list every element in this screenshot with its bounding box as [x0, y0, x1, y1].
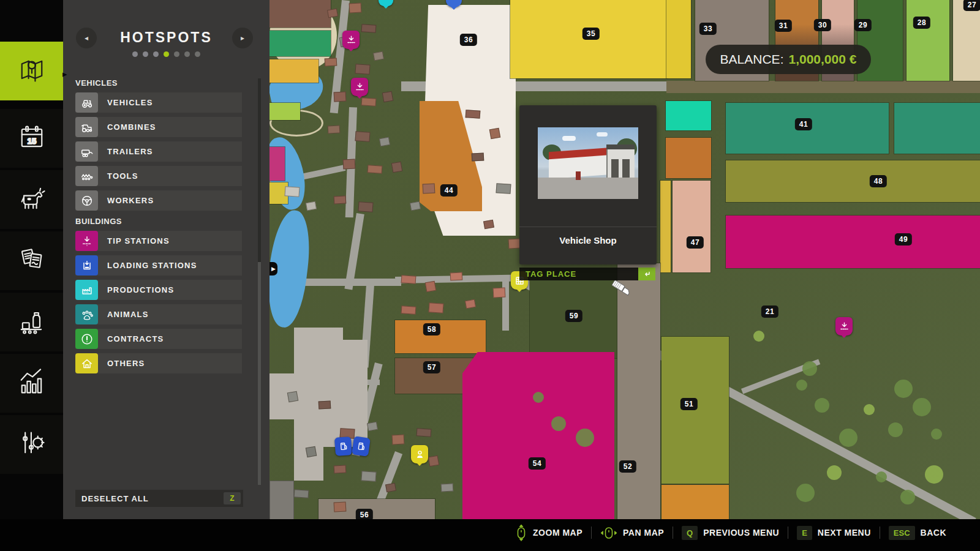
hotspot-filter-tip-stations[interactable]: TIP STATIONS: [75, 231, 242, 251]
tip-station-marker[interactable]: [835, 317, 853, 335]
hint-back[interactable]: ESCBACK: [889, 524, 946, 541]
field-parcel[interactable]: [660, 181, 671, 272]
page-dot[interactable]: [153, 51, 159, 57]
field-number-badge: 49: [895, 233, 912, 246]
hotspot-filter-loading-stations[interactable]: LOADING STATIONS: [75, 255, 242, 276]
hint-zoom-map[interactable]: ZOOM MAP: [515, 524, 582, 541]
hotspot-filter-others[interactable]: OTHERS: [75, 353, 242, 373]
tree: [900, 490, 915, 504]
field-parcel[interactable]: [270, 31, 331, 56]
field-27[interactable]: [953, 0, 980, 81]
tree: [802, 361, 817, 376]
panel-collapse-arrow[interactable]: ▶: [270, 262, 277, 276]
tag-place-confirm-button[interactable]: [638, 268, 655, 280]
sidebar-item-calendar[interactable]: 15: [0, 109, 63, 168]
tree: [533, 392, 544, 403]
house: [343, 159, 356, 169]
page-dot[interactable]: [174, 51, 179, 57]
tooltip-title: Vehicle Shop: [519, 235, 657, 246]
tree: [815, 398, 829, 413]
field-52[interactable]: [617, 263, 660, 519]
house: [391, 162, 403, 173]
active-tab-arrow-icon: ▸: [62, 69, 67, 80]
house: [450, 272, 463, 280]
tip-station-marker[interactable]: [351, 78, 368, 96]
divider: [788, 527, 788, 539]
field-parcel[interactable]: [666, 0, 691, 78]
hotspot-filter-tools[interactable]: TOOLS: [75, 166, 242, 186]
sidebar-item-statistics[interactable]: [0, 354, 63, 413]
house: [334, 501, 347, 512]
hint-label: ZOOM MAP: [533, 528, 582, 538]
menu-item-label: CONTRACTS: [98, 334, 164, 343]
house: [465, 299, 476, 309]
tree: [876, 471, 887, 482]
tip-icon: [345, 34, 357, 46]
tip-station-marker[interactable]: [342, 31, 360, 49]
field-number-badge: 54: [529, 457, 546, 470]
hotspot-filter-productions[interactable]: PRODUCTIONS: [75, 280, 242, 300]
sidebar-item-settings[interactable]: [0, 415, 63, 474]
panel-scrollbar[interactable]: [258, 78, 261, 485]
worker-marker[interactable]: [411, 445, 428, 463]
field-parcel[interactable]: [666, 101, 711, 130]
deselect-all-label: DESELECT ALL: [75, 494, 149, 503]
field-51[interactable]: [662, 337, 729, 484]
deselect-all-button[interactable]: DESELECT ALL Z: [75, 490, 243, 507]
field-number-badge: 28: [913, 17, 930, 29]
field-parcel[interactable]: [270, 0, 331, 28]
hint-previous-menu[interactable]: QPREVIOUS MENU: [682, 524, 779, 541]
field-number-badge: 27: [963, 0, 980, 11]
house: [428, 302, 443, 313]
hotspot-filter-combines[interactable]: COMBINES: [75, 117, 242, 137]
sidebar-item-animals[interactable]: [0, 170, 63, 229]
house: [355, 64, 370, 75]
tractor-icon: [75, 92, 98, 113]
house: [385, 483, 396, 493]
sidebar-item-contracts[interactable]: [0, 231, 63, 290]
sidebar-item-map[interactable]: [0, 42, 63, 100]
field-number-badge: 44: [440, 184, 458, 197]
field-47[interactable]: [673, 181, 710, 272]
hint-label: BACK: [921, 528, 946, 538]
hotspots-next-button[interactable]: ▸: [232, 28, 253, 48]
map-view[interactable]: 3635333130292827414847494458575954525156…: [270, 0, 980, 519]
tree: [931, 429, 942, 440]
page-dot[interactable]: [195, 51, 200, 57]
field-parcel[interactable]: [270, 59, 318, 83]
calendar-icon: 15: [16, 121, 48, 156]
gas-station-marker[interactable]: [335, 437, 369, 455]
hotspot-filter-workers[interactable]: WORKERS: [75, 190, 242, 211]
field-parcel[interactable]: [666, 138, 711, 178]
hint-next-menu[interactable]: ENEXT MENU: [797, 524, 871, 541]
key-q: Q: [682, 526, 698, 540]
sidebar-item-production[interactable]: [0, 293, 63, 351]
svg-text:15: 15: [27, 137, 36, 146]
field-parcel[interactable]: [270, 103, 300, 120]
field-parcel[interactable]: [662, 485, 729, 519]
field-28[interactable]: [907, 0, 949, 81]
field-49[interactable]: [726, 216, 980, 268]
house: [361, 471, 376, 482]
tip-icon: [839, 321, 850, 332]
bottom-bar: ZOOM MAPPAN MAPQPREVIOUS MENUENEXT MENUE…: [0, 519, 980, 551]
field-parcel[interactable]: [270, 147, 285, 181]
hotspot-filter-contracts[interactable]: CONTRACTS: [75, 329, 242, 349]
tag-place-label: TAG PLACE: [519, 269, 638, 279]
page-dot[interactable]: [143, 51, 148, 57]
tree: [925, 465, 943, 484]
field-parcel[interactable]: [894, 103, 980, 154]
page-dot[interactable]: [132, 51, 138, 57]
field-48[interactable]: [726, 160, 980, 202]
page-dot[interactable]: [164, 51, 169, 57]
house: [368, 165, 383, 174]
field-58[interactable]: [395, 320, 486, 353]
hotspot-filter-animals[interactable]: ANIMALS: [75, 304, 242, 324]
house: [441, 483, 454, 492]
page-dot[interactable]: [184, 51, 190, 57]
hint-pan-map[interactable]: PAN MAP: [600, 524, 664, 541]
tip-icon: [354, 81, 366, 93]
hint-label: NEXT MENU: [818, 528, 871, 538]
hotspot-filter-vehicles[interactable]: VEHICLES: [75, 92, 242, 113]
hotspot-filter-trailers[interactable]: TRAILERS: [75, 141, 242, 162]
